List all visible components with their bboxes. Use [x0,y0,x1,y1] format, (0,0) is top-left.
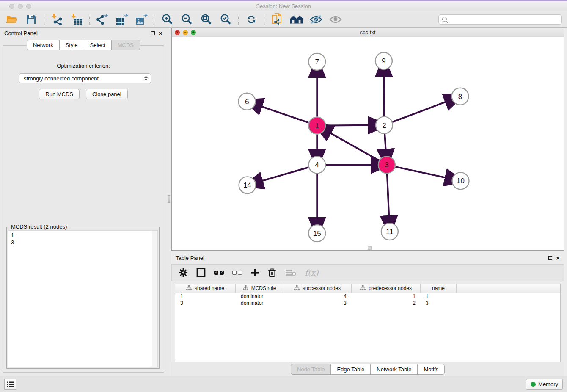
graph-node-7[interactable]: 7 [308,53,325,70]
refresh-icon[interactable] [245,13,258,26]
table-cell[interactable]: 4 [284,293,352,299]
open-file-icon[interactable] [5,13,19,26]
graph-edge-2-3[interactable] [385,134,385,151]
tab-mcds[interactable]: MCDS [111,40,140,50]
zoom-selected-icon[interactable] [219,13,232,26]
hide-selected-icon[interactable] [309,13,323,26]
import-network-icon[interactable] [50,13,64,26]
select-all-checkboxes-icon[interactable]: ✓✓ [214,267,224,279]
delete-column-icon[interactable] [267,267,277,279]
graph-node-6[interactable]: 6 [239,93,256,110]
network-from-selection-icon[interactable] [270,13,284,26]
zoom-out-icon[interactable] [180,13,193,26]
graph-node-11[interactable]: 11 [381,223,398,240]
column-header-name[interactable]: name [421,284,457,293]
deselect-checkboxes-icon[interactable] [232,267,242,279]
graph-node-2[interactable]: 2 [376,117,393,134]
task-history-button[interactable] [4,379,16,390]
graph-edge-1-2[interactable] [326,125,370,126]
hierarchy-icon [243,285,248,292]
tab-network-table[interactable]: Network Table [370,364,418,375]
tab-edge-table[interactable]: Edge Table [330,364,371,375]
graph-node-8[interactable]: 8 [452,88,469,105]
toolbar-separator [154,14,154,25]
tab-style[interactable]: Style [59,40,84,50]
show-all-icon[interactable] [329,13,342,26]
graph-edge-3-10[interactable] [395,167,446,178]
export-table-icon[interactable] [115,13,129,26]
graph-node-4[interactable]: 4 [308,156,325,173]
table-cell[interactable]: dominator [236,300,284,306]
table-cell[interactable]: 2 [352,300,421,306]
graph-node-10[interactable]: 10 [452,172,469,189]
first-neighbors-icon[interactable] [290,13,303,26]
toolbar-separator [264,14,264,25]
tab-network[interactable]: Network [27,40,60,50]
graph-edge-4-14[interactable] [261,167,308,181]
search-field[interactable] [438,14,562,25]
search-input[interactable] [449,17,558,22]
zoom-fit-icon[interactable] [199,13,213,26]
graph-node-1[interactable]: 1 [308,117,325,134]
table-cell[interactable]: 3 [421,300,457,306]
column-header-predecessor-nodes[interactable]: predecessor nodes [352,284,421,293]
hierarchy-icon [294,285,300,292]
close-panel-button[interactable]: Close panel [86,89,128,99]
network-canvas[interactable]: 7968124314101511 [172,37,564,250]
graph-node-9[interactable]: 9 [375,52,392,69]
close-table-panel-icon[interactable]: × [556,255,560,261]
svg-text:3: 3 [385,161,388,169]
add-column-icon[interactable] [250,267,259,279]
save-session-icon[interactable] [25,13,38,26]
graph-edge-1-6[interactable] [261,106,309,123]
table-cell[interactable]: 3 [175,300,236,306]
network-window-title: scc.txt [172,29,564,36]
column-header-shared-name[interactable]: shared name [175,284,236,293]
float-table-panel-icon[interactable] [548,256,552,260]
control-panel-title: Control Panel [4,30,38,36]
table-cell[interactable]: 1 [175,293,236,299]
split-columns-icon[interactable] [196,267,206,279]
mcds-result-list[interactable]: 1 3 [8,230,158,367]
table-cell[interactable]: dominator [236,293,284,299]
network-window-titlebar[interactable]: × − + scc.txt [172,28,564,37]
settings-gear-icon[interactable] [179,267,188,279]
graph-node-3[interactable]: 3 [378,156,395,173]
criterion-select[interactable]: strongly connected component [19,73,151,83]
toolbar-separator [89,14,90,25]
graph-edge-3-11[interactable] [387,174,389,217]
zoom-in-icon[interactable] [160,13,174,26]
memory-status-icon [531,382,536,387]
canvas-splitter-grip[interactable] [368,246,372,250]
table-cell[interactable]: 3 [284,300,352,306]
table-tabs-bar: Node TableEdge TableNetwork TableMotifs [171,362,564,376]
splitter-grip[interactable] [168,195,170,203]
column-header-MCDS-role[interactable]: MCDS role [236,284,284,293]
table-row[interactable]: 1dominator411 [175,293,560,300]
table-panel: Table Panel × ✓✓ [171,252,564,376]
export-image-icon[interactable] [135,13,148,26]
mcds-tab-content: Optimization criterion: strongly connect… [3,45,164,373]
graph-node-15[interactable]: 15 [308,225,325,242]
graph-node-14[interactable]: 14 [239,177,256,193]
tab-select[interactable]: Select [84,40,112,50]
table-row[interactable]: 3dominator323 [175,300,560,306]
float-panel-icon[interactable] [151,31,155,35]
graph-edge-2-8[interactable] [393,102,447,122]
column-label: MCDS role [251,285,276,291]
graph-edge-3-1[interactable] [330,133,379,160]
table-cell[interactable]: 1 [352,293,421,299]
memory-button[interactable]: Memory [526,379,563,390]
table-cell[interactable]: 1 [421,293,457,299]
run-mcds-button[interactable]: Run MCDS [39,89,80,99]
tab-node-table[interactable]: Node Table [291,364,331,375]
panel-splitter[interactable] [167,28,171,376]
import-table-icon[interactable] [70,13,83,26]
column-header-successor-nodes[interactable]: successor nodes [284,284,352,293]
tab-motifs[interactable]: Motifs [417,364,445,375]
close-panel-icon[interactable]: × [159,30,162,36]
hierarchy-icon [186,285,192,292]
result-scrollbar[interactable] [152,231,157,367]
export-network-icon[interactable] [96,13,109,26]
graph-edge-2-9[interactable] [384,75,384,116]
